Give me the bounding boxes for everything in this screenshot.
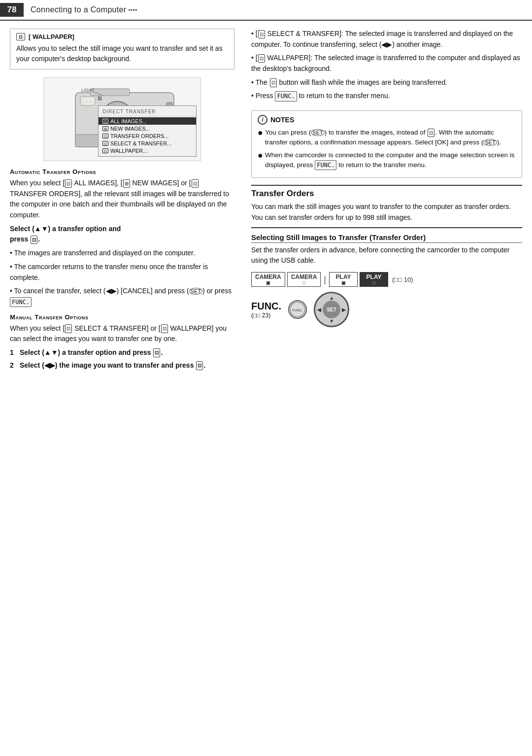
wallpaper-menu-icon: ⊡ [102, 148, 108, 153]
new-images-inline-icon: ⊞ [123, 179, 130, 188]
svg-text:FUNC.: FUNC. [292, 309, 302, 312]
notes-content: ● You can press (SET) to transfer the im… [258, 128, 516, 170]
func-btn-svg: FUNC. [289, 301, 306, 318]
select-transfer-right-icon: ⊡ [258, 30, 265, 39]
transfer-orders-inline-icon: ⊡ [192, 179, 199, 188]
flash-btn-icon: ⊡ [270, 78, 277, 87]
transfer-orders-body: You can mark the still images you want t… [251, 202, 522, 223]
play-page-ref: (□□ 10) [392, 276, 413, 283]
menu-item-wallpaper: ⊡ WALLPAPER... [99, 147, 196, 154]
auto-bullet-1: • The images are transferred and display… [10, 248, 234, 259]
notes-title: i NOTES [258, 115, 516, 125]
menu-title: DIRECT TRANSFER [99, 108, 196, 116]
transfer-orders-heading: Transfer Orders [251, 189, 522, 199]
wallpaper-icon: ⊡ [16, 33, 25, 40]
camera-mode-btn-1[interactable]: CAMERA ▣ [251, 272, 285, 287]
right-bullet-3: • The ⊡ button will flash while the imag… [251, 77, 522, 88]
notes-icon: i [258, 115, 267, 125]
right-column: • [⊡ SELECT & TRANSFER]: The selected im… [246, 29, 522, 373]
auto-transfer-body: When you select [⊡ ALL IMAGES], [⊞ NEW I… [10, 178, 234, 221]
auto-bullet-2: • The camcorder returns to the transfer … [10, 262, 234, 283]
section-divider [251, 185, 522, 186]
auto-bullet-3: • To cancel the transfer, select (◀▶) [C… [10, 286, 234, 307]
all-images-inline-icon: ⊡ [65, 179, 72, 188]
wallpaper-box: ⊡ [ WALLPAPER] Allows you to select the … [10, 29, 234, 69]
left-column: ⊡ [ WALLPAPER] Allows you to select the … [10, 29, 246, 373]
sub-section-divider [251, 227, 522, 228]
wallpaper-title: ⊡ [ WALLPAPER] [16, 33, 228, 40]
step2-icon: ⊡ [196, 361, 203, 370]
notes-func-btn: FUNC. [315, 160, 336, 170]
notes-item-2: ● When the camcorder is connected to the… [258, 150, 516, 171]
right-bullet-2: • [⊡ WALLPAPER]: The selected image is t… [251, 53, 522, 74]
set-button-wrap: ▲ ▼ ◀ ▶ SET [314, 292, 349, 327]
press-icon: ⊡ [31, 236, 37, 244]
step-1: 1 Select (▲▼) a transfer option and pres… [10, 347, 234, 358]
svg-rect-5 [80, 97, 95, 105]
manual-transfer-title: Manual Transfer Options [10, 313, 234, 321]
set-arrow-left-icon: ◀ [317, 307, 321, 312]
wallpaper-right-icon: ⊡ [258, 54, 265, 63]
selecting-still-images-heading: Selecting Still Images to Transfer (Tran… [251, 233, 522, 243]
func-right-btn: FUNC. [275, 91, 297, 102]
select-instruction: Select (▲▼) a transfer option andpress ⊡… [10, 224, 234, 245]
select-transfer-inline-icon: ⊡ [65, 324, 72, 333]
notes-item-1: ● You can press (SET) to transfer the im… [258, 128, 516, 148]
wallpaper-description: Allows you to select the still image you… [16, 43, 228, 64]
set-arrow-down-icon: ▼ [329, 318, 334, 324]
main-content: ⊡ [ WALLPAPER] Allows you to select the … [0, 29, 532, 373]
wallpaper-inline-icon: ⊡ [161, 324, 168, 333]
separator-pipe: | [324, 275, 326, 285]
play-mode-row: CAMERA ▣ CAMERA □ | PLAY ▣ PLAY □ (□□ 10… [251, 272, 522, 287]
func-page-ref: (□□ 23) [251, 312, 270, 319]
all-images-icon: ⊡ [102, 119, 108, 124]
play-mode-btn-2[interactable]: PLAY □ [360, 272, 388, 287]
func-section: FUNC. (□□ 23) [251, 301, 281, 319]
header-dots: •••• [128, 6, 137, 14]
notes-transfer-icon: ⊡ [428, 129, 434, 137]
camera-menu: DIRECT TRANSFER ⊡ ALL IMAGES... ⊞ NEW IM… [98, 105, 197, 157]
func-row: FUNC. (□□ 23) FUNC. ▲ ▼ ◀ ▶ SET [251, 292, 522, 327]
right-bullet-1: • [⊡ SELECT & TRANSFER]: The selected im… [251, 29, 522, 50]
set-arrow-up-icon: ▲ [329, 295, 334, 301]
transfer-orders-icon: ⊡ [102, 134, 108, 138]
right-bullet-4: • Press FUNC. to return to the transfer … [251, 91, 522, 102]
page-number: 78 [0, 3, 24, 17]
menu-item-new-images: ⊞ NEW IMAGES... [99, 125, 196, 132]
new-images-icon: ⊞ [102, 126, 108, 131]
camera-mode-btn-2[interactable]: CAMERA □ [287, 272, 321, 287]
notes-box: i NOTES ● You can press (SET) to transfe… [251, 110, 522, 178]
notes-set-btn: SET [311, 129, 324, 136]
svg-rect-4 [90, 89, 130, 96]
manual-transfer-body: When you select [⊡ SELECT & TRANSFER] or… [10, 323, 234, 344]
select-transfer-icon: ⊡ [102, 141, 108, 146]
set-arrow-right-icon: ▶ [342, 307, 346, 312]
selecting-still-images-body: Set the transfer orders in advance, befo… [251, 245, 522, 266]
play-mode-btn-1[interactable]: PLAY ▣ [329, 272, 358, 287]
set-inline-btn: SET [189, 288, 202, 295]
page-header: 78 Connecting to a Computer •••• [0, 0, 532, 21]
camera-illustration: LIGHT ⊡ DIRECT TRANSFER ⊡ ALL IMAGES... [43, 77, 201, 161]
notes-set-btn2: SET [483, 139, 497, 146]
page-title: Connecting to a Computer [31, 5, 126, 14]
func-label: FUNC. (□□ 23) [251, 301, 281, 319]
step-2: 2 Select (◀▶) the image you want to tran… [10, 360, 234, 371]
menu-item-all-images: ⊡ ALL IMAGES... [99, 117, 196, 125]
set-button[interactable]: SET [323, 301, 340, 318]
auto-transfer-title: Automatic Transfer Options [10, 168, 234, 175]
menu-item-select-transfer: ⊡ SELECT & TRANSFER... [99, 139, 196, 147]
func-button[interactable]: FUNC. [288, 300, 307, 319]
menu-item-transfer-orders: ⊡ TRANSFER ORDERS... [99, 132, 196, 139]
func-inline-btn: FUNC. [10, 297, 32, 308]
svg-text:⊡: ⊡ [98, 96, 101, 101]
step1-icon: ⊡ [153, 348, 160, 357]
